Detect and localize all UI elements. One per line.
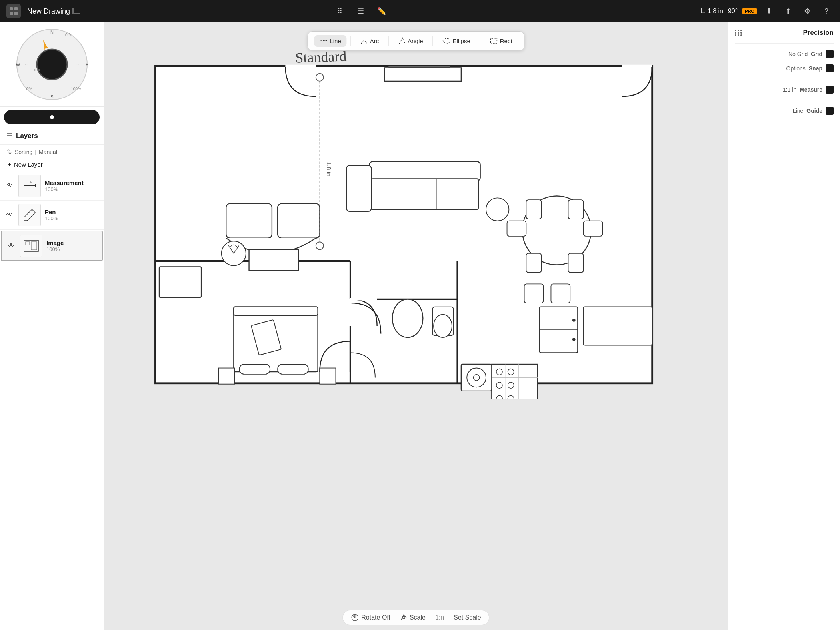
rotate-off-button[interactable]: Rotate Off xyxy=(351,614,390,622)
sorting-value: Manual xyxy=(39,149,57,155)
svg-text:~0 in: ~0 in xyxy=(32,68,40,72)
svg-rect-48 xyxy=(249,249,299,271)
divider xyxy=(388,36,389,46)
measure-toggle[interactable] xyxy=(826,86,834,94)
svg-text:0.9: 0.9 xyxy=(65,33,71,37)
svg-rect-51 xyxy=(234,307,318,315)
svg-point-101 xyxy=(402,616,405,619)
svg-rect-45 xyxy=(385,68,461,81)
svg-text:←: ← xyxy=(24,61,30,67)
share-icon[interactable]: ⬆ xyxy=(781,4,795,18)
svg-rect-68 xyxy=(526,253,541,273)
svg-text:1.8 in: 1.8 in xyxy=(326,162,332,177)
no-grid-label: No Grid xyxy=(735,51,808,57)
layer-name: Measurement xyxy=(45,179,84,186)
rect-tool-label: Rect xyxy=(500,38,512,44)
svg-point-60 xyxy=(392,299,423,338)
angle-tool-label: Angle xyxy=(408,38,423,44)
ellipse-tool-button[interactable]: Ellipse xyxy=(437,35,476,47)
guide-toggle[interactable] xyxy=(826,107,834,115)
svg-rect-1 xyxy=(14,7,18,10)
new-layer-button[interactable]: ＋ New Layer xyxy=(6,161,97,168)
layer-item-active[interactable]: 👁 Image 100% xyxy=(1,231,103,261)
svg-rect-69 xyxy=(568,253,583,273)
settings-icon[interactable]: ⚙ xyxy=(800,4,814,18)
layer-visibility-toggle[interactable]: 👁 xyxy=(5,210,14,220)
scale-button[interactable]: Scale xyxy=(400,614,426,621)
layers-controls: ⇅ Sorting | Manual xyxy=(0,145,104,159)
divider xyxy=(735,43,834,44)
layer-item[interactable]: 👁 Measurement 100% xyxy=(0,171,104,201)
help-icon[interactable]: ? xyxy=(819,4,834,18)
svg-rect-28 xyxy=(491,38,497,43)
svg-rect-67 xyxy=(584,221,603,236)
set-scale-label[interactable]: Set Scale xyxy=(454,614,481,621)
arc-tool-button[interactable]: Arc xyxy=(355,35,385,47)
app-logo[interactable] xyxy=(6,4,21,18)
layers-header: ☰ Layers xyxy=(0,128,104,145)
compass-wheel[interactable]: N S W E 0.9 ← → 0% 100% xyxy=(14,26,90,102)
svg-text:S: S xyxy=(50,94,53,99)
svg-point-95 xyxy=(316,74,324,81)
ratio-label: 1:1 in xyxy=(735,86,796,93)
new-layer-row: ＋ New Layer xyxy=(0,159,104,171)
svg-rect-70 xyxy=(524,284,544,303)
svg-text:N: N xyxy=(50,30,54,34)
layer-name: Image xyxy=(46,239,64,246)
svg-point-44 xyxy=(486,198,509,221)
layer-info: Pen 100% xyxy=(45,209,58,221)
download-icon[interactable]: ⬇ xyxy=(762,4,776,18)
svg-rect-56 xyxy=(320,368,336,384)
toolbar-right: L: 1.8 in 90° PRO ⬇ ⬆ ⚙ ? xyxy=(700,4,834,18)
svg-rect-66 xyxy=(507,221,526,236)
line-tool-button[interactable]: Line xyxy=(314,35,346,47)
arc-tool-label: Arc xyxy=(370,38,379,44)
layer-info: Measurement 100% xyxy=(45,179,84,192)
snap-toggle[interactable] xyxy=(826,64,834,72)
rect-tool-button[interactable]: Rect xyxy=(484,35,518,47)
divider xyxy=(351,36,351,46)
layer-item[interactable]: 👁 Pen 100% xyxy=(0,201,104,230)
layer-visibility-toggle[interactable]: 👁 xyxy=(6,241,16,251)
list-menu-icon[interactable]: ☰ xyxy=(354,4,368,18)
divider xyxy=(735,79,834,79)
layer-visibility-toggle[interactable]: 👁 xyxy=(5,181,14,191)
guide-row: Line Guide xyxy=(735,107,834,115)
svg-rect-71 xyxy=(551,284,570,303)
svg-text:100%: 100% xyxy=(71,87,81,91)
bottom-toolbar: Rotate Off Scale 1:n Set Scale xyxy=(342,610,489,625)
svg-rect-65 xyxy=(568,200,583,219)
color-bar[interactable] xyxy=(4,110,100,124)
grid-label: Grid xyxy=(811,51,822,57)
ellipse-tool-label: Ellipse xyxy=(453,38,470,44)
divider xyxy=(735,100,834,100)
layers-title: Layers xyxy=(16,132,38,140)
layer-thumbnail xyxy=(20,235,42,257)
svg-text:0%: 0% xyxy=(26,87,32,91)
svg-rect-92 xyxy=(584,307,652,345)
layer-opacity: 100% xyxy=(45,215,58,221)
top-toolbar: New Drawing I... ⠿ ☰ ✏️ L: 1.8 in 90° PR… xyxy=(0,0,840,22)
svg-rect-53 xyxy=(278,364,308,374)
layer-thumbnail xyxy=(18,204,41,226)
layers-menu-icon: ☰ xyxy=(6,132,13,140)
canvas-area[interactable]: Line Arc Angle Ellipse Rect xyxy=(104,22,728,630)
layer-opacity: 100% xyxy=(46,246,64,252)
scale-label: Scale xyxy=(410,614,426,621)
pen-tool-icon[interactable]: ✏️ xyxy=(374,4,389,18)
grid-menu-icon[interactable]: ⠿ xyxy=(333,4,347,18)
document-title[interactable]: New Drawing I... xyxy=(27,7,326,16)
sorting-control[interactable]: ⇅ Sorting | Manual xyxy=(6,148,57,156)
precision-dots-icon xyxy=(735,30,742,36)
color-dot xyxy=(50,115,54,119)
angle-tool-button[interactable]: Angle xyxy=(393,35,428,47)
svg-rect-0 xyxy=(10,7,13,10)
rotate-label: Rotate Off xyxy=(361,614,390,621)
svg-point-88 xyxy=(572,338,576,341)
svg-rect-43 xyxy=(346,165,371,211)
sorting-label: Sorting xyxy=(15,149,32,155)
new-layer-label: New Layer xyxy=(14,161,43,168)
svg-rect-72 xyxy=(492,364,538,399)
grid-toggle[interactable] xyxy=(826,50,834,58)
svg-point-27 xyxy=(443,38,450,43)
